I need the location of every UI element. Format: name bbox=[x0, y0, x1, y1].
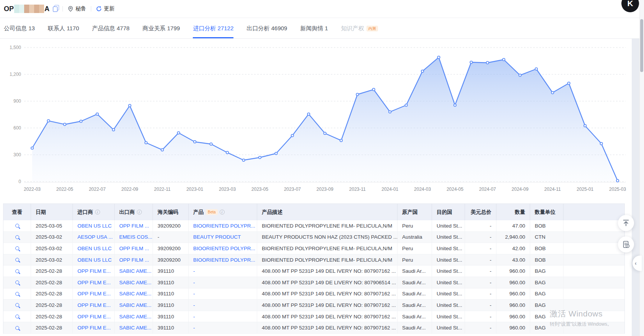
cell-product[interactable]: - bbox=[189, 288, 257, 300]
cell-exporter[interactable]: SABIC AME... bbox=[115, 266, 153, 277]
x-axis-tick-label: 2024-01 bbox=[381, 187, 398, 192]
tab-ip[interactable]: 知识产权内测 bbox=[341, 18, 378, 38]
view-record-button[interactable] bbox=[3, 322, 31, 333]
view-record-button[interactable] bbox=[3, 266, 31, 277]
scrollbar-thumb[interactable] bbox=[640, 19, 643, 72]
column-label: 出口商 bbox=[119, 209, 135, 216]
cell-quantity: 960.00 bbox=[496, 277, 530, 288]
x-axis-tick-label: 2023-07 bbox=[284, 187, 301, 192]
cell-usd-total: - bbox=[465, 300, 496, 311]
cell-importer[interactable]: OPP FILM E... bbox=[73, 322, 115, 333]
back-to-top-button[interactable] bbox=[618, 215, 634, 231]
cell-product[interactable]: - bbox=[189, 322, 257, 333]
report-feedback-button[interactable] bbox=[618, 236, 634, 252]
x-axis-tick-label: 2022-11 bbox=[154, 187, 171, 192]
search-magnifier-icon[interactable] bbox=[15, 303, 19, 307]
cell-hs-code: 391110 bbox=[153, 300, 189, 311]
view-record-button[interactable] bbox=[3, 254, 31, 266]
view-record-button[interactable] bbox=[3, 277, 31, 288]
search-magnifier-icon[interactable] bbox=[15, 235, 19, 239]
cell-exporter[interactable]: SABIC AME... bbox=[115, 322, 153, 333]
column-header-查看: 查看 bbox=[3, 204, 31, 220]
search-magnifier-icon[interactable] bbox=[15, 269, 19, 273]
refresh-button[interactable]: 更新 bbox=[96, 5, 115, 12]
cell-importer[interactable]: OBEN US LLC bbox=[73, 220, 115, 231]
cell-importer[interactable]: OBEN US LLC bbox=[73, 243, 115, 254]
cell-product[interactable]: - bbox=[189, 311, 257, 322]
x-axis-tick-label: 2022-03 bbox=[24, 187, 41, 192]
view-record-button[interactable] bbox=[3, 311, 31, 322]
cell-product[interactable]: - bbox=[189, 277, 257, 288]
x-axis-tick-label: 2025-03 bbox=[609, 187, 626, 192]
cell-dest-country: United St... bbox=[432, 266, 465, 277]
cell-hs-code: 391110 bbox=[153, 266, 189, 277]
company-name-suffix: A bbox=[44, 5, 49, 13]
tab-company-info[interactable]: 公司信息 13 bbox=[4, 18, 35, 38]
cell-product[interactable]: BIOORIENTED POLYPR... bbox=[189, 243, 257, 254]
cell-exporter[interactable]: EMEIS COS... bbox=[115, 232, 153, 243]
cell-date: 2025-03-02 bbox=[31, 232, 73, 243]
cell-exporter[interactable]: OPP FILM ... bbox=[115, 220, 153, 231]
view-record-button[interactable] bbox=[3, 288, 31, 300]
column-header-美元总价: 美元总价 bbox=[465, 204, 496, 220]
tab-products[interactable]: 产品信息 4778 bbox=[92, 18, 130, 38]
view-record-button[interactable] bbox=[3, 300, 31, 311]
cell-exporter[interactable]: SABIC AME... bbox=[115, 277, 153, 288]
cell-importer[interactable]: AESOP USA ... bbox=[73, 232, 115, 243]
cell-quantity: 960.00 bbox=[496, 300, 530, 311]
cell-dest-country: United St... bbox=[432, 288, 465, 300]
tab-label: 联系人 1170 bbox=[48, 25, 79, 32]
tab-import-analysis[interactable]: 进口分析 27122 bbox=[193, 18, 233, 38]
search-magnifier-icon[interactable] bbox=[15, 292, 19, 296]
view-record-button[interactable] bbox=[3, 243, 31, 254]
cell-exporter[interactable]: SABIC AME... bbox=[115, 288, 153, 300]
copy-icon[interactable] bbox=[53, 6, 58, 12]
cell-dest-country: United St... bbox=[432, 300, 465, 311]
tab-contacts[interactable]: 联系人 1170 bbox=[48, 18, 79, 38]
search-magnifier-icon[interactable] bbox=[15, 224, 19, 228]
page-scrollbar[interactable] bbox=[639, 0, 644, 336]
cell-date: 2025-02-28 bbox=[31, 300, 73, 311]
y-axis-tick-label: 300 bbox=[13, 152, 21, 157]
y-axis-tick-label: 1,500 bbox=[10, 45, 21, 50]
tab-export-analysis[interactable]: 出口分析 46909 bbox=[246, 18, 287, 38]
x-axis-tick-label: 2023-03 bbox=[219, 187, 236, 192]
x-axis-tick-label: 2024-05 bbox=[447, 187, 463, 192]
cell-importer[interactable]: OBEN US LLC bbox=[73, 254, 115, 266]
table-row: 2025-03-02OBEN US LLCOPP FILM ...3920920… bbox=[3, 243, 624, 254]
info-icon[interactable] bbox=[95, 210, 100, 215]
cell-importer[interactable]: OPP FILM E... bbox=[73, 288, 115, 300]
view-record-button[interactable] bbox=[3, 232, 31, 243]
search-magnifier-icon[interactable] bbox=[15, 326, 19, 330]
cell-quantity-unit: BAG bbox=[530, 277, 564, 288]
search-magnifier-icon[interactable] bbox=[15, 258, 19, 262]
cell-quantity-unit: CTN bbox=[530, 232, 564, 243]
column-label: 进口商 bbox=[77, 209, 93, 216]
cell-empty bbox=[564, 243, 624, 254]
cell-exporter[interactable]: OPP FILM ... bbox=[115, 243, 153, 254]
cell-description: 408.000 MT PP 5231P 149 DE LIVERY NO: 80… bbox=[257, 277, 398, 288]
column-header-数量: 数量 bbox=[496, 204, 530, 220]
info-icon[interactable] bbox=[220, 210, 225, 215]
info-icon[interactable] bbox=[137, 210, 142, 215]
cell-importer[interactable]: OPP FILM E... bbox=[73, 300, 115, 311]
cell-product[interactable]: BEAUTY PRODUCT bbox=[189, 232, 257, 243]
cell-product[interactable]: - bbox=[189, 300, 257, 311]
cell-importer[interactable]: OPP FILM E... bbox=[73, 266, 115, 277]
cell-product[interactable]: BIOORIENTED POLYPR... bbox=[189, 254, 257, 266]
report-document-icon bbox=[622, 240, 630, 249]
search-magnifier-icon[interactable] bbox=[15, 315, 19, 318]
search-magnifier-icon[interactable] bbox=[15, 280, 19, 284]
cell-exporter[interactable]: SABIC AME... bbox=[115, 300, 153, 311]
view-record-button[interactable] bbox=[3, 220, 31, 231]
cell-product[interactable]: - bbox=[189, 266, 257, 277]
cell-exporter[interactable]: OPP FILM ... bbox=[115, 254, 153, 266]
search-magnifier-icon[interactable] bbox=[15, 246, 19, 250]
cell-product[interactable]: BIOORIENTED POLYPR... bbox=[189, 220, 257, 231]
cell-importer[interactable]: OPP FILM E... bbox=[73, 277, 115, 288]
cell-exporter[interactable]: SABIC AME... bbox=[115, 311, 153, 322]
tab-news[interactable]: 新闻舆情 1 bbox=[300, 18, 328, 38]
tab-relations[interactable]: 商业关系 1799 bbox=[143, 18, 180, 38]
cell-importer[interactable]: OPP FILM E... bbox=[73, 311, 115, 322]
cell-date: 2025-03-02 bbox=[31, 243, 73, 254]
